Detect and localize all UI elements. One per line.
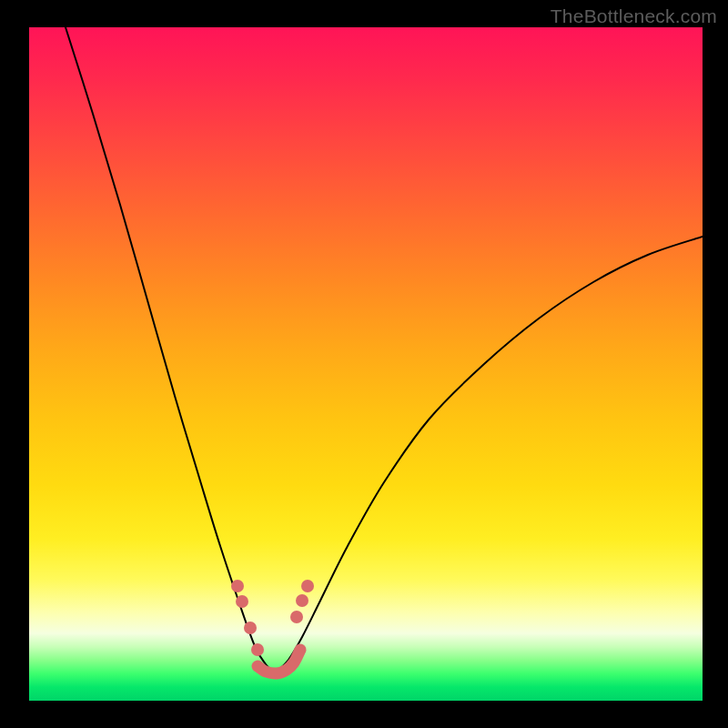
right-branch-curve: [275, 237, 703, 673]
trough-marker-dot: [236, 595, 248, 608]
trough-marker-dot: [301, 580, 314, 592]
trough-marker-dot: [251, 643, 264, 656]
trough-marker-dot: [244, 622, 257, 634]
left-branch-curve: [66, 27, 275, 673]
plot-area: [29, 27, 703, 701]
trough-marker-dot: [231, 580, 244, 592]
watermark-text: TheBottleneck.com: [551, 5, 717, 27]
curve-layer: [29, 27, 703, 701]
outer-frame: TheBottleneck.com: [0, 0, 728, 728]
trough-marker-dot: [290, 611, 303, 623]
trough-marker-dot: [296, 594, 308, 607]
